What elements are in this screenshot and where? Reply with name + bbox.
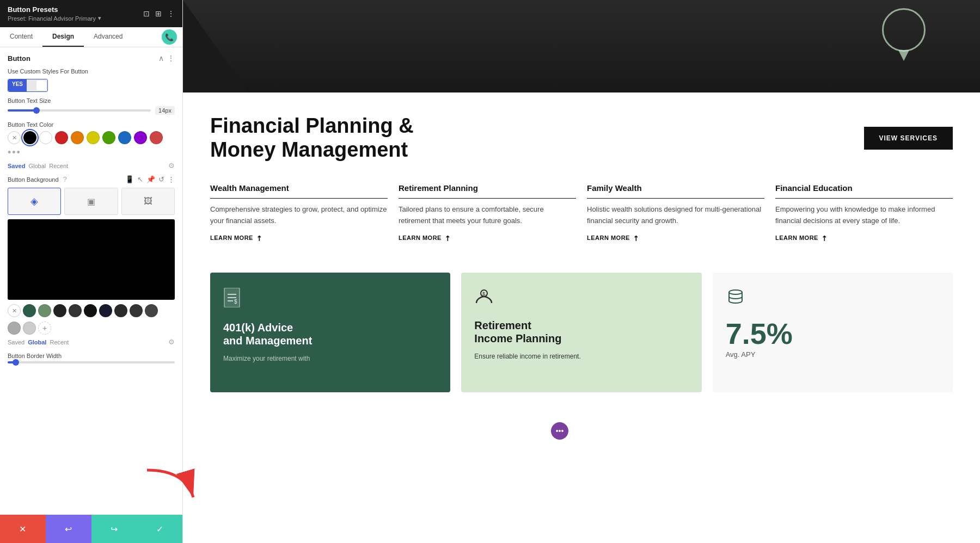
bg-gradient-option[interactable]: ▣: [64, 188, 118, 215]
learn-more-2[interactable]: LEARN MORE ↗: [587, 234, 764, 242]
learn-more-0[interactable]: LEARN MORE ↗: [210, 234, 388, 242]
section-more-icon[interactable]: ⋮: [167, 54, 175, 63]
color-black[interactable]: [23, 131, 36, 144]
collapse-icon[interactable]: ∧: [158, 54, 164, 63]
hero-section: [183, 0, 980, 92]
bg-section: Button Background ? 📱 ↖ 📌 ↺ ⋮ ◈ ▣: [8, 175, 175, 346]
color-green[interactable]: [102, 131, 115, 144]
card-401k: $ 401(k) Advice and Management Maximize …: [210, 273, 450, 392]
phone-button[interactable]: 📞: [162, 29, 177, 45]
more-options-icon[interactable]: ⋮: [167, 9, 175, 18]
swatch-medium-green[interactable]: [38, 304, 51, 317]
svg-point-7: [729, 290, 742, 294]
text-size-value: 14px: [155, 106, 175, 115]
bg-cursor-icon[interactable]: ↖: [137, 175, 143, 183]
bg-more-icon[interactable]: ⋮: [168, 175, 175, 183]
global-label[interactable]: Global: [28, 163, 46, 169]
bg-solid-icon: ◈: [30, 195, 38, 207]
swatch-dark-green[interactable]: [23, 304, 36, 317]
color-blue[interactable]: [118, 131, 131, 144]
svg-text:$: $: [482, 291, 485, 297]
swatch-dark5[interactable]: [130, 304, 143, 317]
resize-icon[interactable]: ⊡: [143, 9, 150, 18]
color-yellow[interactable]: [87, 131, 100, 144]
card-icon-coins: [726, 288, 940, 309]
bg-reset-icon[interactable]: ↺: [158, 175, 164, 183]
slider-thumb[interactable]: [33, 107, 40, 114]
panel-tabs: Content Design Advanced 📞: [0, 27, 182, 47]
service-desc-1: Tailored plans to ensure a comfortable, …: [399, 204, 576, 226]
right-area: Financial Planning & Money Management VI…: [183, 0, 980, 543]
swatch-light-gray[interactable]: [23, 322, 36, 335]
bg-label: Button Background: [8, 176, 59, 183]
custom-styles-toggle-row: YES: [8, 79, 175, 92]
bg-image-option[interactable]: 🖼: [121, 188, 175, 215]
swatch-dark1[interactable]: [53, 304, 66, 317]
panel-body: Button ∧ ⋮ Use Custom Styles For Button …: [0, 47, 182, 515]
eraser-swatch[interactable]: ✕: [8, 131, 21, 144]
view-services-button[interactable]: VIEW SERVICES: [864, 127, 953, 150]
color-purple[interactable]: [134, 131, 147, 144]
service-desc-2: Holistic wealth solutions designed for m…: [587, 204, 764, 226]
border-width-slider[interactable]: [8, 361, 175, 363]
bg-global-label[interactable]: Global: [28, 339, 46, 345]
more-colors-dots[interactable]: •••: [8, 147, 21, 158]
learn-more-1[interactable]: LEARN MORE ↗: [399, 234, 576, 242]
section-title: Button: [8, 54, 30, 63]
color-white[interactable]: [39, 131, 52, 144]
bg-recent-label[interactable]: Recent: [50, 339, 69, 345]
swatch-dark4[interactable]: [114, 304, 127, 317]
service-card-family: Family Wealth Holistic wealth solutions …: [587, 183, 764, 250]
eraser-swatch-2[interactable]: ✕: [8, 304, 21, 317]
text-size-label: Button Text Size: [8, 97, 175, 104]
confirm-button[interactable]: ✓: [137, 515, 182, 543]
tab-advanced[interactable]: Advanced: [84, 27, 132, 47]
bg-image-icon: 🖼: [144, 196, 152, 206]
redo-button[interactable]: ↪: [91, 515, 137, 543]
learn-more-3[interactable]: LEARN MORE ↗: [775, 234, 953, 242]
cancel-button[interactable]: ✕: [0, 515, 46, 543]
swatch-dark2[interactable]: [69, 304, 82, 317]
title-line2: Money Management: [210, 138, 414, 162]
purple-dots-menu[interactable]: •••: [551, 422, 568, 440]
tab-content[interactable]: Content: [0, 27, 42, 47]
color-saved-global-row: Saved Global Recent ⚙: [8, 162, 175, 170]
add-color-swatch[interactable]: +: [38, 322, 51, 335]
color-orange[interactable]: [71, 131, 84, 144]
panel-preset[interactable]: Preset: Financial Advisor Primary ▾: [8, 15, 101, 22]
border-slider-thumb[interactable]: [13, 359, 19, 366]
section-header-icons: ∧ ⋮: [158, 54, 175, 63]
yes-no-toggle[interactable]: YES: [8, 79, 48, 92]
color-preview-box[interactable]: [8, 219, 175, 300]
swatch-gray[interactable]: [8, 322, 21, 335]
saved-label[interactable]: Saved: [8, 163, 25, 169]
swatch-navy[interactable]: [99, 304, 112, 317]
color-settings-icon[interactable]: ⚙: [168, 162, 175, 170]
columns-icon[interactable]: ⊞: [155, 9, 162, 18]
bg-options: ◈ ▣ 🖼: [8, 188, 175, 215]
swatch-dark3[interactable]: [84, 304, 97, 317]
panel-header-icons: ⊡ ⊞ ⋮: [143, 9, 175, 18]
swatch-dark6[interactable]: [145, 304, 158, 317]
color-coral[interactable]: [150, 131, 163, 144]
tab-design[interactable]: Design: [42, 27, 84, 47]
bg-saved-label[interactable]: Saved: [8, 339, 24, 345]
swatches-row3: +: [8, 322, 175, 335]
card-title-retirement: Retirement Income Planning: [474, 319, 688, 345]
bg-gradient-icon: ▣: [87, 196, 95, 207]
undo-button[interactable]: ↩: [46, 515, 91, 543]
apy-number: 7.5%: [726, 319, 940, 348]
bg-pin-icon[interactable]: 📌: [146, 175, 155, 183]
bg-solid-option[interactable]: ◈: [8, 188, 61, 215]
recent-label[interactable]: Recent: [49, 163, 68, 169]
panel-title: Button Presets: [8, 5, 101, 14]
learn-more-arrow-1: ↗: [442, 233, 452, 243]
bg-mobile-icon[interactable]: 📱: [125, 175, 134, 183]
bg-help-icon[interactable]: ?: [63, 175, 67, 183]
text-size-slider[interactable]: [8, 109, 151, 112]
bg-mode-icons: 📱 ↖ 📌 ↺ ⋮: [125, 175, 175, 183]
bg-settings-icon[interactable]: ⚙: [168, 338, 175, 346]
service-desc-3: Empowering you with knowledge to make in…: [775, 204, 953, 226]
color-red[interactable]: [55, 131, 68, 144]
service-title-0: Wealth Management: [210, 183, 388, 199]
